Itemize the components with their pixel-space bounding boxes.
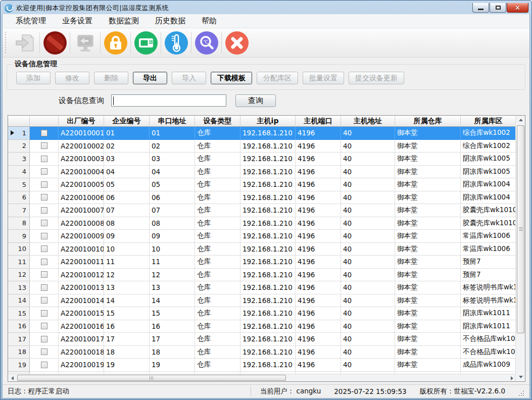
row-checkbox[interactable] [41,297,47,304]
horizontal-scroll-thumb[interactable] [17,375,286,381]
vertical-scrollbar[interactable] [515,116,525,381]
table-row[interactable]: 6A2200100060606仓库192.168.1.210419640御本堂阴… [8,191,516,205]
button-添加[interactable]: 添加 [16,72,51,84]
table-row[interactable]: 17A2200100171717仓库192.168.1.210419640御本堂… [8,333,516,346]
row-checkbox[interactable] [41,142,47,149]
table-row[interactable]: 3A2200100030303仓库192.168.1.210419640御本堂阴… [8,153,516,166]
toolbar-button-import[interactable] [10,31,39,55]
toolbar-button-search-temp[interactable]: ℃ [192,31,221,55]
minimize-button[interactable] [472,3,489,13]
row-header[interactable]: 4 [8,166,30,179]
column-header-企业编号[interactable]: 企业编号 [104,116,150,127]
row-checkbox[interactable] [41,348,47,355]
row-header[interactable]: 12 [8,269,30,282]
button-下载模板[interactable]: 下载模板 [211,72,252,84]
row-header[interactable]: 15 [8,307,30,320]
maximize-button[interactable] [490,3,506,13]
horizontal-scrollbar[interactable] [8,374,516,381]
menu-item-业务设置[interactable]: 业务设置 [54,14,101,28]
toolbar-button-thermometer[interactable] [162,31,190,55]
button-分配库区[interactable]: 分配库区 [257,72,298,84]
table-row[interactable]: 14A2200100141414仓库192.168.1.210419640御本堂… [8,294,516,308]
row-header[interactable]: 16 [8,320,30,333]
vertical-scroll-thumb[interactable] [517,125,524,333]
column-header-设备类型[interactable]: 设备类型 [195,116,240,127]
table-row[interactable]: 7A2200100070707仓库192.168.1.210419640御本堂胶… [8,204,516,217]
row-checkbox[interactable] [41,194,47,201]
row-checkbox[interactable] [41,336,47,342]
row-header[interactable]: 18 [8,346,30,359]
row-header[interactable]: 5 [8,178,30,191]
column-header-主机端口[interactable]: 主机端口 [296,116,341,127]
row-header[interactable]: 11 [8,256,30,269]
button-提交设备更新[interactable]: 提交设备更新 [349,72,404,84]
menu-item-历史数据[interactable]: 历史数据 [147,14,194,28]
row-header[interactable]: 10 [8,243,30,256]
button-导入[interactable]: 导入 [172,72,206,84]
table-row[interactable]: 10A2200100101010仓库192.168.1.210419640御本堂… [8,243,516,256]
menu-item-系统管理[interactable]: 系统管理 [8,14,54,28]
column-header-出厂编号[interactable]: 出厂编号 [59,116,104,127]
row-checkbox[interactable] [41,220,47,226]
checkbox-header-cell[interactable] [30,116,59,127]
table-row[interactable]: 1A2200100010101仓库192.168.1.210419640御本堂综… [8,127,516,140]
button-删除[interactable]: 删除 [94,72,128,84]
row-checkbox[interactable] [41,181,47,188]
row-header[interactable]: 13 [8,281,30,294]
row-checkbox[interactable] [41,245,47,252]
table-row[interactable]: 12A2200100121212仓库192.168.1.210419640御本堂… [8,269,516,282]
row-checkbox[interactable] [41,259,47,265]
table-row[interactable]: 16A2200100161616仓库192.168.1.210419640御本堂… [8,320,516,333]
row-header[interactable]: 6 [8,191,30,205]
toolbar-grip[interactable] [5,32,7,54]
resize-grip[interactable] [518,390,524,396]
menu-item-帮助[interactable]: 帮助 [194,14,225,28]
row-checkbox[interactable] [41,323,47,329]
row-checkbox[interactable] [41,271,47,278]
button-修改[interactable]: 修改 [55,72,89,84]
row-checkbox[interactable] [41,362,47,368]
toolbar-button-monitor[interactable] [71,31,100,55]
toolbar-button-lock[interactable] [101,31,130,55]
table-row[interactable]: 19A2200100191919仓库192.168.1.210419640御本堂… [8,359,516,372]
row-header[interactable]: 2 [8,140,30,153]
toolbar-button-panel[interactable] [131,31,160,55]
table-row[interactable]: 9A2200100090909仓库192.168.1.210419640御本堂常… [8,230,516,243]
column-header-串口地址[interactable]: 串口地址 [150,116,195,127]
search-input[interactable] [111,94,226,107]
table-row[interactable]: 5A2200100050505仓库192.168.1.210419640御本堂阴… [8,178,516,191]
row-header[interactable]: 9 [8,230,30,243]
column-header-主机地址[interactable]: 主机地址 [341,116,395,127]
row-checkbox[interactable] [41,207,47,214]
row-checkbox[interactable] [41,168,47,175]
scroll-down-button[interactable] [516,373,525,381]
row-checkbox[interactable] [41,130,47,136]
row-header[interactable]: 7 [8,204,30,217]
scroll-left-button[interactable] [8,374,17,382]
row-header[interactable]: 1 [8,127,30,140]
row-header[interactable]: 3 [8,153,30,166]
row-checkbox[interactable] [41,310,47,317]
table-row[interactable]: 2A2200100020202仓库192.168.1.210419640御本堂综… [8,140,516,153]
row-header[interactable]: 14 [8,294,30,308]
table-row[interactable]: 8A2200100080808仓库192.168.1.210419640御本堂胶… [8,217,516,230]
scroll-up-button[interactable] [516,116,525,124]
table-row[interactable]: 11A2200100111111仓库192.168.1.210419640御本堂… [8,256,516,269]
column-header-主机ip[interactable]: 主机ip [240,116,296,127]
row-header[interactable]: 17 [8,333,30,346]
row-header[interactable]: 19 [8,359,30,372]
button-导出[interactable]: 导出 [133,72,167,84]
row-header[interactable]: 8 [8,217,30,230]
column-header-所属仓库[interactable]: 所属仓库 [395,116,461,127]
column-header-所属库区[interactable]: 所属库区 [461,116,516,127]
button-批量设置[interactable]: 批量设置 [303,72,344,84]
row-checkbox[interactable] [41,156,47,162]
table-row[interactable]: 18A2200100181818仓库192.168.1.210419640御本堂… [8,346,516,359]
menu-item-数据监测[interactable]: 数据监测 [101,14,147,28]
table-row[interactable]: 13A2200100131313仓库192.168.1.210419640御本堂… [8,281,516,294]
row-checkbox[interactable] [41,233,47,239]
row-checkbox[interactable] [41,284,47,291]
table-row[interactable]: 15A2200100151515仓库192.168.1.210419640御本堂… [8,307,516,320]
table-row[interactable]: 4A2200100040404仓库192.168.1.210419640御本堂阴… [8,166,516,179]
toolbar-button-forbidden[interactable] [40,31,69,55]
